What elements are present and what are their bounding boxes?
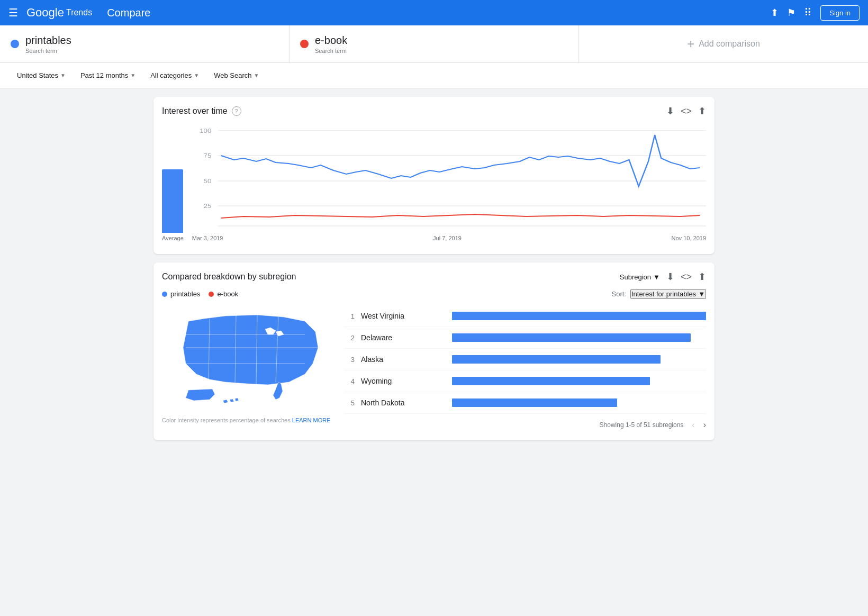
breakdown-legend: printables e-book Sort: Interest for pri… [162, 289, 706, 299]
chart-average: Average [162, 169, 184, 241]
chart-x-label-3: Nov 10, 2019 [672, 235, 706, 241]
search-term-1[interactable]: printables Search term [0, 25, 290, 62]
sort-label: Sort: [612, 290, 626, 298]
ranking-row: 1 West Virginia [344, 305, 706, 327]
pagination-text: Showing 1-5 of 51 subregions [600, 421, 684, 429]
breakdown-body: Color intensity represents percentage of… [162, 305, 706, 432]
signin-button[interactable]: Sign in [820, 5, 860, 21]
trends-wordmark: Trends [66, 8, 92, 17]
learn-more-link[interactable]: LEARN MORE [292, 417, 331, 423]
svg-text:25: 25 [203, 203, 211, 210]
svg-text:75: 75 [203, 152, 211, 159]
chart-x-label-1: Mar 3, 2019 [192, 235, 223, 241]
sort-value-button[interactable]: Interest for printables ▼ [630, 289, 706, 299]
chart-container: Average 100 75 50 25 [162, 121, 706, 246]
chevron-down-icon: ▼ [130, 73, 135, 78]
help-icon[interactable]: ? [232, 106, 241, 116]
rank-number-4: 4 [344, 377, 355, 385]
chart-avg-bar [162, 169, 183, 233]
embed-icon[interactable]: <> [681, 271, 692, 283]
rank-bar-1 [452, 312, 706, 320]
pagination-next-button[interactable]: › [703, 420, 706, 430]
subregion-dropdown-button[interactable]: Subregion ▼ [620, 273, 660, 281]
search-term-1-dot [11, 40, 19, 48]
chevron-down-icon: ▼ [698, 290, 705, 298]
rank-bar-container-3 [452, 355, 706, 364]
apps-icon[interactable]: ⠿ [804, 6, 812, 19]
legend-printables-dot [162, 292, 167, 297]
chevron-down-icon: ▼ [653, 273, 660, 281]
rank-bar-2 [452, 333, 691, 342]
breakdown-header: Compared breakdown by subregion Subregio… [162, 271, 706, 283]
rank-number-5: 5 [344, 399, 355, 407]
search-term-2-text: e-book Search term [315, 34, 347, 54]
rank-name-2: Delaware [361, 333, 446, 342]
add-comparison-label: Add comparison [699, 39, 760, 49]
ranking-table: 1 West Virginia 2 Delaware 3 Alaska [344, 305, 706, 432]
download-icon[interactable]: ⬇ [666, 271, 674, 283]
filter-period[interactable]: Past 12 months ▼ [74, 67, 142, 84]
embed-icon[interactable]: <> [681, 106, 692, 117]
share-icon[interactable]: ⬆ [698, 271, 706, 283]
rank-name-3: Alaska [361, 355, 446, 364]
filter-region[interactable]: United States ▼ [11, 67, 72, 84]
download-icon[interactable]: ⬇ [666, 105, 674, 117]
legend-printables-label: printables [170, 290, 200, 298]
rank-name-5: North Dakota [361, 398, 446, 407]
svg-text:100: 100 [200, 128, 211, 134]
main-content: Interest over time ? ⬇ <> ⬆ Average [143, 88, 725, 457]
search-bar-area: printables Search term e-book Search ter… [0, 25, 868, 63]
add-comparison-button[interactable]: + Add comparison [579, 25, 868, 62]
search-term-1-text: printables Search term [25, 34, 71, 54]
page-title: Compare [107, 7, 150, 19]
ranking-row: 4 Wyoming [344, 370, 706, 392]
interest-title-text: Interest over time [162, 106, 228, 116]
card-actions-interest: ⬇ <> ⬆ [666, 105, 706, 117]
breakdown-card: Compared breakdown by subregion Subregio… [153, 262, 715, 440]
menu-icon[interactable]: ☰ [8, 6, 18, 19]
flag-icon[interactable]: ⚑ [787, 7, 795, 19]
search-term-2-dot [300, 40, 309, 48]
card-title-interest: Interest over time ? [162, 106, 241, 116]
filter-region-label: United States [17, 71, 58, 79]
sort-control: Sort: Interest for printables ▼ [612, 289, 706, 299]
legend-ebook-label: e-book [217, 290, 238, 298]
chart-main: 100 75 50 25 Mar 3, 2019 Jul 7, 2019 Nov… [192, 125, 706, 241]
filter-period-label: Past 12 months [80, 71, 128, 79]
sort-value-label: Interest for printables [631, 290, 696, 298]
legend-printables: printables [162, 290, 200, 298]
ranking-row: 2 Delaware [344, 327, 706, 349]
filter-category[interactable]: All categories ▼ [144, 67, 205, 84]
rank-number-2: 2 [344, 334, 355, 342]
chart-x-label-2: Jul 7, 2019 [433, 235, 462, 241]
search-term-2-name: e-book [315, 34, 347, 47]
rank-name-4: Wyoming [361, 377, 446, 385]
printables-line [221, 135, 699, 186]
chevron-down-icon: ▼ [194, 73, 199, 78]
legend-ebook: e-book [209, 290, 238, 298]
search-term-2[interactable]: e-book Search term [290, 25, 579, 62]
search-term-1-label: Search term [25, 48, 71, 54]
rank-bar-4 [452, 377, 650, 385]
ranking-row: 3 Alaska [344, 349, 706, 370]
share-icon[interactable]: ⬆ [771, 7, 779, 19]
map-area: Color intensity represents percentage of… [162, 305, 331, 423]
subregion-label: Subregion [620, 273, 651, 281]
logo: Google Trends [26, 6, 92, 20]
rank-bar-container-1 [452, 312, 706, 320]
chevron-down-icon: ▼ [254, 73, 259, 78]
pagination-prev-button[interactable]: ‹ [692, 420, 694, 430]
share-icon[interactable]: ⬆ [698, 105, 706, 117]
breakdown-title: Compared breakdown by subregion [162, 272, 296, 282]
filter-search-type[interactable]: Web Search ▼ [207, 67, 265, 84]
plus-icon: + [687, 37, 694, 51]
us-map [162, 305, 331, 411]
rank-name-1: West Virginia [361, 312, 446, 320]
rank-bar-container-5 [452, 398, 706, 407]
rank-bar-3 [452, 355, 661, 364]
google-wordmark: Google [26, 6, 64, 20]
chart-svg: 100 75 50 25 [192, 125, 706, 231]
chart-x-labels: Mar 3, 2019 Jul 7, 2019 Nov 10, 2019 [192, 233, 706, 241]
header-icons: ⬆ ⚑ ⠿ Sign in [771, 5, 860, 21]
pagination: Showing 1-5 of 51 subregions ‹ › [344, 414, 706, 432]
